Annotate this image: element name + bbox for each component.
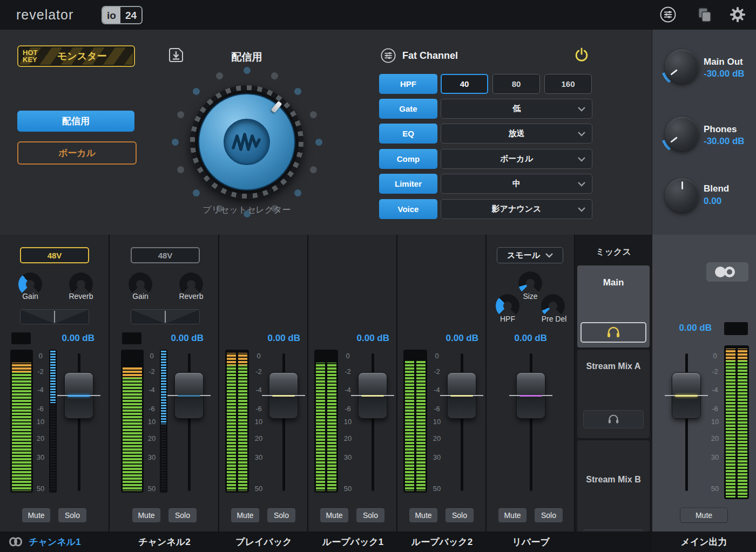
phantom-48v-button[interactable]: 48V bbox=[131, 247, 200, 263]
fader-cap[interactable] bbox=[64, 372, 93, 419]
channel-fader[interactable] bbox=[174, 353, 204, 491]
power-icon[interactable] bbox=[573, 47, 590, 63]
mute-button[interactable]: Mute bbox=[231, 508, 260, 523]
level-meter-stereo bbox=[403, 350, 427, 493]
fader-level-value: 0.00 dB bbox=[663, 323, 712, 333]
solo-button[interactable]: Solo bbox=[267, 508, 296, 523]
phones-knob[interactable] bbox=[661, 113, 703, 155]
copy-icon[interactable] bbox=[696, 6, 713, 23]
blend-value: 0.00 bbox=[704, 196, 756, 207]
limiter-preset-dropdown[interactable]: 中 bbox=[441, 174, 592, 194]
fat-voice-button[interactable]: Voice bbox=[379, 199, 437, 219]
channel-fader[interactable] bbox=[447, 353, 476, 491]
gate-preset-dropdown[interactable]: 低 bbox=[441, 99, 592, 119]
fat-limiter-button[interactable]: Limiter bbox=[379, 174, 437, 194]
chevron-down-icon bbox=[578, 207, 585, 212]
channel-fader[interactable] bbox=[269, 353, 298, 491]
fat-gate-button[interactable]: Gate bbox=[379, 99, 437, 119]
main-headphones-button[interactable] bbox=[580, 322, 646, 343]
meter-scale-tick: 30 bbox=[341, 453, 355, 461]
fat-hpf-button[interactable]: HPF bbox=[379, 74, 437, 94]
channel-strip-playback: 0.00 dB 0-2-4-610203050 Mute Solo bbox=[219, 235, 308, 531]
fader-cap[interactable] bbox=[174, 372, 204, 419]
preset-dot bbox=[176, 165, 185, 174]
meter-scale-tick: 30 bbox=[430, 453, 444, 461]
main-out-fader[interactable] bbox=[672, 353, 701, 491]
channel-strip-1: 48V Gain Reverb 0.00 dB 0-2-4-610203050 … bbox=[0, 235, 110, 531]
voice-preset-dropdown[interactable]: 影アナウンス bbox=[441, 199, 592, 219]
gear-icon[interactable] bbox=[729, 6, 746, 23]
gain-label: Gain bbox=[14, 292, 46, 301]
reverb-preset-value: スモール bbox=[507, 250, 540, 261]
preset-stream-button[interactable]: 配信用 bbox=[17, 111, 134, 132]
solo-button[interactable]: Solo bbox=[58, 508, 87, 523]
headphones-icon bbox=[607, 414, 620, 425]
channel-fader[interactable] bbox=[64, 353, 93, 491]
solo-button[interactable]: Solo bbox=[445, 508, 474, 523]
stereo-link-toggle[interactable] bbox=[706, 262, 748, 282]
model-number: 24 bbox=[120, 7, 141, 23]
fader-cap[interactable] bbox=[672, 372, 701, 419]
download-preset-icon[interactable] bbox=[167, 46, 185, 64]
preset-dot bbox=[172, 139, 179, 146]
meter-scale-tick: -2 bbox=[252, 367, 266, 375]
clip-indicator bbox=[11, 332, 31, 344]
hpf-freq-160[interactable]: 160 bbox=[544, 74, 592, 94]
hpf-freq-80[interactable]: 80 bbox=[492, 74, 540, 94]
preset-selector-knob[interactable] bbox=[190, 85, 303, 199]
eq-preset-dropdown[interactable]: 放送 bbox=[441, 124, 592, 144]
meter-scale: 0-2-4-610203050 bbox=[341, 350, 355, 493]
meter-scale-tick: 30 bbox=[708, 453, 722, 461]
limiter-preset-value: 中 bbox=[512, 179, 521, 189]
reverb-preset-dropdown[interactable]: スモール bbox=[497, 247, 563, 263]
fader-cap[interactable] bbox=[269, 372, 298, 419]
meter-scale-tick: -2 bbox=[430, 367, 444, 375]
meter-scale-tick: -2 bbox=[33, 367, 48, 375]
mute-button[interactable]: Mute bbox=[680, 508, 728, 523]
channel-fader[interactable] bbox=[516, 353, 545, 491]
mix-stream-a-label: Stream Mix A bbox=[577, 362, 650, 371]
channel-name-bar: チャンネル1 チャンネル2 プレイバック ループバック1 ループバック2 リバー… bbox=[0, 531, 652, 552]
meter-scale-tick: 10 bbox=[252, 417, 266, 425]
fat-channel-title: Fat Channel bbox=[402, 50, 458, 62]
mute-button[interactable]: Mute bbox=[132, 508, 161, 523]
phantom-48v-button[interactable]: 48V bbox=[20, 247, 89, 263]
mixer-scenes-icon[interactable] bbox=[659, 6, 677, 23]
tab-loopback1: ループバック1 bbox=[308, 531, 397, 552]
comp-preset-dropdown[interactable]: ボーカル bbox=[441, 149, 592, 169]
pan-slider[interactable] bbox=[20, 309, 89, 324]
meter-scale-tick: 50 bbox=[708, 485, 722, 493]
stream-a-headphones-button[interactable] bbox=[583, 410, 644, 428]
channel-fader[interactable] bbox=[358, 353, 387, 491]
fat-eq-button[interactable]: EQ bbox=[379, 124, 437, 144]
mix-tab-main[interactable]: Main bbox=[577, 265, 650, 347]
meter-scale-tick: 20 bbox=[708, 434, 722, 442]
mix-stream-b-label: Stream Mix B bbox=[577, 475, 650, 485]
mute-button[interactable]: Mute bbox=[320, 508, 349, 523]
preset-dot bbox=[191, 86, 201, 96]
pan-slider[interactable] bbox=[131, 309, 200, 324]
fader-cap[interactable] bbox=[447, 372, 476, 419]
mix-tab-stream-a[interactable]: Stream Mix A bbox=[577, 350, 650, 438]
clip-indicator bbox=[724, 322, 748, 335]
meter-scale-tick: 10 bbox=[341, 417, 355, 425]
hpf-freq-40[interactable]: 40 bbox=[441, 74, 488, 94]
preset-vocal-button[interactable]: ボーカル bbox=[17, 141, 137, 165]
fader-level-value: 0.00 dB bbox=[343, 333, 389, 344]
mute-button[interactable]: Mute bbox=[22, 508, 51, 523]
mute-button[interactable]: Mute bbox=[498, 508, 527, 523]
meter-scale-tick: -6 bbox=[430, 404, 444, 412]
blend-knob[interactable] bbox=[661, 174, 703, 216]
solo-button[interactable]: Solo bbox=[356, 508, 385, 523]
fader-cap[interactable] bbox=[358, 372, 387, 419]
solo-button[interactable]: Solo bbox=[534, 508, 563, 523]
mute-button[interactable]: Mute bbox=[409, 508, 438, 523]
meter-scale-tick: 10 bbox=[33, 417, 48, 425]
main-out-knob[interactable] bbox=[661, 45, 703, 87]
hotkey-button[interactable]: HOTKEY モンスター bbox=[17, 45, 135, 67]
solo-button[interactable]: Solo bbox=[168, 508, 197, 523]
fat-comp-button[interactable]: Comp bbox=[379, 149, 437, 169]
size-label: Size bbox=[514, 292, 546, 301]
level-meter-stereo bbox=[225, 350, 249, 493]
fader-cap[interactable] bbox=[516, 372, 545, 419]
